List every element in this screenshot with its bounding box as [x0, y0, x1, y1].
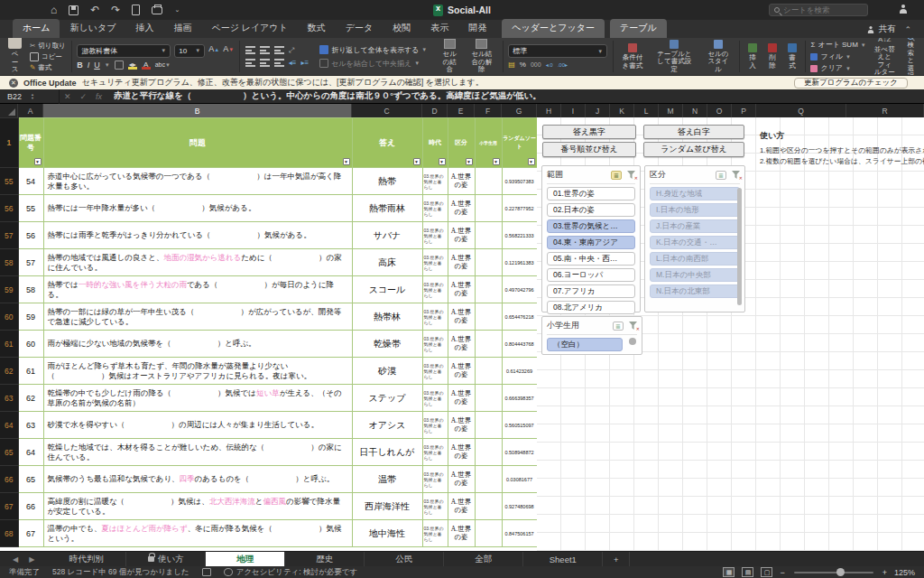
filter-dropdown-icon[interactable]: ▼ [413, 158, 420, 165]
era-cell[interactable]: 03.世界の気候と暮らし [422, 195, 448, 222]
filter-dropdown-icon[interactable]: ▼ [343, 158, 350, 165]
normal-view-icon[interactable]: ▦ [723, 567, 735, 577]
question-cell[interactable]: 熱帯の一部には緑の草が一年中生い茂る（ ）が広がっているが、開発等で急速に減少し… [43, 303, 352, 331]
dismiss-notice-icon[interactable]: ✕ [9, 79, 18, 88]
category-cell[interactable]: A.世界の姿 [448, 168, 475, 195]
slicer-item[interactable]: L.日本の南西部 [650, 252, 740, 266]
category-cell[interactable]: A.世界の姿 [448, 520, 475, 547]
collapse-ribbon-icon[interactable]: ⌃ [904, 25, 911, 34]
question-cell[interactable]: 乾燥した地域では、木材を得ることが難しいため、伝統的な（ ）の家に住んでいる。 [43, 439, 352, 466]
slicer-item[interactable]: 01.世界の姿 [547, 187, 635, 200]
decrease-decimal-icon[interactable]: .00▸ [558, 61, 568, 68]
share-button[interactable]: 共有 [866, 23, 895, 35]
category-cell[interactable]: A.世界の姿 [448, 303, 475, 331]
redo-icon[interactable]: ↷ [111, 4, 120, 16]
column-header-G[interactable]: G [502, 104, 537, 117]
question-cell[interactable]: 熱帯には雨季と乾季がはっきり分かれている（ ）気候がある。 [43, 222, 352, 249]
column-header-A[interactable]: A [18, 104, 43, 117]
row-header-57[interactable]: 57 [0, 222, 18, 249]
elementary-cell[interactable] [475, 276, 502, 303]
category-cell[interactable]: A.世界の姿 [448, 195, 475, 222]
clear-filter-icon[interactable] [732, 171, 740, 179]
answer-cell[interactable]: 熱帯 [352, 168, 422, 195]
question-number-cell[interactable]: 56 [18, 222, 43, 249]
question-number-cell[interactable]: 63 [18, 412, 43, 439]
answer-cell[interactable]: 日干しれんが [352, 439, 422, 466]
align-top-icon[interactable] [245, 46, 255, 54]
percent-button[interactable]: % [520, 61, 526, 69]
align-right-icon[interactable] [274, 59, 284, 67]
slicer-item[interactable]: H.身近な地域 [650, 187, 740, 200]
row-header-66[interactable]: 66 [0, 466, 18, 493]
increase-decimal-icon[interactable]: ◂.0 [546, 61, 553, 68]
page-layout-view-icon[interactable]: ▤ [742, 567, 753, 577]
category-cell[interactable]: A.世界の姿 [448, 493, 475, 520]
question-number-cell[interactable]: 65 [18, 466, 43, 493]
category-cell[interactable]: A.世界の姿 [448, 439, 475, 466]
sheet-tab-Sheet1[interactable]: Sheet1 [523, 552, 603, 566]
random-sort-cell[interactable]: 0.939507383 [502, 168, 537, 195]
multi-select-icon[interactable]: ≣ [613, 322, 624, 331]
quick-access-more-icon[interactable]: ⌄ [174, 6, 180, 14]
column-header-B[interactable]: B [43, 104, 352, 117]
question-cell[interactable]: 熱帯では一時的な強い風を伴う大粒の雨である（ ）が毎日のように降る。 [43, 276, 352, 303]
ribbon-tab-7[interactable]: 校閲 [383, 19, 420, 38]
column-header-H[interactable]: H [537, 104, 561, 117]
row-header-61[interactable]: 61 [0, 331, 18, 358]
insert-cells-button[interactable]: 挿入 [745, 42, 760, 70]
select-all-corner[interactable] [0, 104, 18, 117]
cancel-entry-icon[interactable]: ✕ [64, 92, 71, 101]
row-header-55[interactable]: 55 [0, 168, 18, 195]
clear-filter-icon[interactable] [629, 322, 637, 330]
question-cell[interactable]: 赤道中心に広がっている気候帯の一つである（ ）は一年中気温が高く降水量も多い。 [43, 168, 352, 195]
fill-color-button[interactable]: ◂▸ [128, 61, 137, 70]
elementary-cell[interactable] [475, 466, 502, 493]
answer-cell[interactable]: 熱帯林 [352, 303, 422, 331]
category-cell[interactable]: A.世界の姿 [448, 249, 475, 276]
format-painter-button[interactable]: ✎書式 [30, 63, 66, 72]
unmerge-cells-button[interactable]: セル結合の解除 [467, 38, 497, 75]
multi-select-icon[interactable]: ≣ [611, 171, 622, 180]
search-input[interactable] [783, 5, 864, 14]
align-center-icon[interactable] [260, 59, 270, 67]
answer-cell[interactable]: 熱帯雨林 [352, 195, 422, 222]
question-number-cell[interactable]: 66 [18, 493, 43, 520]
number-format-select[interactable]: 標準▼ [508, 44, 607, 58]
category-cell[interactable]: A.世界の姿 [448, 222, 475, 249]
era-cell[interactable]: 03.世界の気候と暮らし [422, 222, 448, 249]
selection-mode-icon[interactable] [202, 568, 211, 576]
category-cell[interactable]: A.世界の姿 [448, 276, 475, 303]
filter-dropdown-icon[interactable]: ▼ [34, 158, 42, 165]
category-cell[interactable]: A.世界の姿 [448, 412, 475, 439]
slicer-item[interactable]: M.日本の中央部 [650, 268, 740, 282]
row-header-59[interactable]: 59 [0, 276, 18, 303]
autosum-button[interactable]: Σオート SUM▼ [810, 40, 865, 50]
answer-cell[interactable]: 温帯 [352, 466, 422, 493]
new-document-icon[interactable] [132, 5, 140, 15]
confirm-entry-icon[interactable]: ✓ [80, 92, 88, 101]
next-sheet-icon[interactable]: ▶ [29, 555, 34, 564]
elementary-cell[interactable] [475, 520, 502, 547]
column-header-N[interactable]: N [683, 104, 707, 117]
sort-by-number-button[interactable]: 番号順並び替え [542, 142, 636, 157]
row-header-68[interactable]: 68 [0, 520, 18, 547]
column-header-F[interactable]: F [475, 104, 502, 117]
random-sort-cell[interactable]: 0.666398357 [502, 385, 537, 412]
era-cell[interactable]: 03.世界の気候と暮らし [422, 385, 448, 412]
slicer-scrollbar[interactable] [737, 188, 742, 305]
question-cell[interactable]: 高緯度の割に温暖な（ ）気候は、北大西洋海流と偏西風の影響で降水量が安定している… [43, 493, 352, 520]
column-header-C[interactable]: C [352, 104, 422, 117]
random-sort-cell[interactable]: 0.508948872 [502, 439, 537, 466]
slicer-item[interactable]: I.日本の地形 [650, 203, 740, 217]
elementary-cell[interactable] [475, 331, 502, 358]
grow-font-button[interactable]: A▲ [208, 44, 219, 58]
zoom-out-icon[interactable]: − [780, 568, 784, 577]
align-left-icon[interactable] [245, 59, 255, 67]
slicer-item[interactable]: 05.南・中央・西… [547, 252, 635, 266]
column-header-J[interactable]: J [586, 104, 610, 117]
column-header-I[interactable]: I [561, 104, 586, 117]
italic-button[interactable]: I [88, 61, 90, 70]
answer-cell[interactable]: 砂漠 [352, 358, 422, 385]
filter-dropdown-icon[interactable]: ▼ [528, 158, 535, 165]
merge-center-button[interactable]: セルを結合して中央揃え▼ [319, 59, 420, 69]
